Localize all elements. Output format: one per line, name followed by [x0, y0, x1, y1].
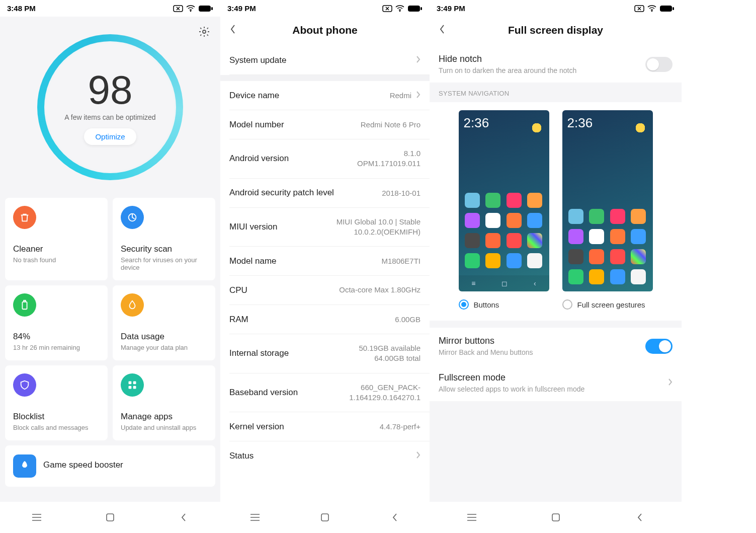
row-sub: Allow selected apps to work in fullscree…	[439, 385, 658, 393]
cleaner-tile[interactable]: Cleaner No trash found	[5, 198, 108, 280]
recents-button[interactable]	[240, 513, 270, 522]
battery-tile[interactable]: 84% 13 hr 26 min remaining	[5, 285, 108, 360]
tile-sub: Update and uninstall apps	[121, 424, 207, 431]
back-button[interactable]	[380, 512, 410, 522]
security-patch-row[interactable]: Android security patch level 2018-10-01	[229, 179, 430, 208]
row-value: 8.1.0 OPM1.171019.011	[357, 148, 421, 169]
score-value: 98	[64, 70, 155, 110]
status-time: 3:49 PM	[437, 4, 465, 13]
back-button[interactable]	[625, 512, 655, 522]
model-name-row[interactable]: Model name M1806E7TI	[229, 247, 430, 276]
row-label: Android version	[229, 154, 289, 164]
settings-button[interactable]	[198, 26, 210, 40]
tile-sub: Block calls and messages	[13, 424, 100, 431]
security-app-screen: 3:48 PM 98 A few items can be optimized …	[0, 0, 220, 533]
page-title: Full screen display	[439, 24, 673, 36]
row-label: Device name	[229, 91, 279, 101]
kernel-row[interactable]: Kernel version 4.4.78-perf+	[229, 412, 430, 441]
recents-button[interactable]	[22, 513, 52, 522]
tile-sub: Search for viruses on your device	[121, 256, 207, 271]
row-label: Internal storage	[229, 348, 289, 358]
gestures-radio[interactable]	[562, 299, 572, 310]
buttons-option[interactable]: 2:36 ≡◻‹ Buttons	[459, 110, 549, 310]
optimize-button[interactable]: Optimize	[84, 128, 136, 145]
square-icon	[320, 513, 329, 522]
row-value: 2018-10-01	[382, 189, 421, 197]
home-button[interactable]	[310, 513, 340, 522]
close-rect-icon	[173, 5, 183, 12]
status-icons	[382, 5, 423, 12]
hide-notch-row[interactable]: Hide notch Turn on to darken the area ar…	[430, 46, 682, 83]
buttons-radio[interactable]	[459, 299, 469, 310]
header: About phone	[220, 17, 430, 46]
mirror-buttons-toggle[interactable]	[645, 339, 673, 354]
status-row[interactable]: Status	[229, 441, 430, 471]
row-title: Hide notch	[439, 54, 640, 64]
tiles-grid: Cleaner No trash found Security scan Sea…	[0, 198, 220, 502]
row-value: M1806E7TI	[381, 257, 421, 265]
buttons-preview-image: 2:36 ≡◻‹	[459, 110, 549, 291]
ram-row[interactable]: RAM 6.00GB	[229, 305, 430, 334]
radio-label: Full screen gestures	[577, 300, 645, 309]
recents-button[interactable]	[457, 513, 487, 522]
row-label: Android security patch level	[229, 188, 334, 198]
chevron-right-icon	[667, 378, 673, 388]
model-number-row[interactable]: Model number Redmi Note 6 Pro	[229, 110, 430, 139]
droplet-icon	[121, 293, 144, 317]
baseband-row[interactable]: Baseband version 660_GEN_PACK-1.164129.0…	[229, 373, 430, 413]
svg-rect-20	[660, 6, 672, 12]
svg-point-19	[651, 10, 653, 12]
device-name-row[interactable]: Device name Redmi	[229, 81, 430, 110]
row-title: Fullscreen mode	[439, 372, 658, 383]
shield-icon	[13, 373, 36, 397]
blocklist-tile[interactable]: Blocklist Block calls and messages	[5, 365, 108, 440]
row-value: MIUI Global 10.0 | Stable 10.0.2.0(OEKMI…	[337, 217, 421, 238]
about-phone-screen: 3:49 PM About phone System update	[220, 0, 430, 533]
close-rect-icon	[382, 5, 392, 12]
status-time: 3:49 PM	[227, 4, 256, 13]
tile-title: 84%	[13, 332, 100, 342]
svg-rect-6	[22, 302, 27, 310]
gear-icon	[198, 26, 210, 38]
chevron-left-icon	[636, 512, 643, 522]
mirror-buttons-row[interactable]: Mirror buttons Mirror Back and Menu butt…	[430, 328, 682, 364]
battery-icon	[659, 5, 675, 12]
data-usage-tile[interactable]: Data usage Manage your data plan	[113, 285, 215, 360]
cpu-row[interactable]: CPU Octa-core Max 1.80GHz	[229, 276, 430, 305]
storage-row[interactable]: Internal storage 50.19GB available 64.00…	[229, 334, 430, 373]
svg-rect-16	[421, 7, 422, 10]
svg-rect-3	[211, 7, 213, 10]
fullscreen-display-screen: 3:49 PM Full screen display Hide notch T…	[430, 0, 682, 533]
chevron-left-icon	[180, 512, 187, 522]
wifi-icon	[647, 5, 656, 12]
svg-rect-11	[133, 386, 136, 389]
svg-rect-22	[552, 514, 559, 521]
preview-navbar: ≡◻‹	[459, 275, 549, 291]
hide-notch-toggle[interactable]	[645, 57, 673, 72]
chevron-right-icon	[415, 91, 421, 101]
fullscreen-mode-row[interactable]: Fullscreen mode Allow selected apps to w…	[430, 364, 682, 401]
svg-point-1	[190, 10, 192, 12]
status-bar: 3:48 PM	[0, 0, 220, 17]
android-version-row[interactable]: Android version 8.1.0 OPM1.171019.011	[229, 139, 430, 179]
svg-rect-9	[133, 382, 136, 385]
nav-bar	[220, 502, 430, 533]
game-speed-tile[interactable]: Game speed booster	[5, 445, 215, 487]
home-button[interactable]	[541, 513, 571, 522]
svg-rect-8	[129, 382, 132, 385]
row-label: MIUI version	[229, 222, 277, 232]
gestures-option[interactable]: 2:36 Full screen gestures	[562, 110, 653, 310]
manage-apps-tile[interactable]: Manage apps Update and uninstall apps	[113, 365, 215, 440]
back-button[interactable]	[169, 512, 199, 522]
battery-icon	[198, 5, 213, 12]
miui-version-row[interactable]: MIUI version MIUI Global 10.0 | Stable 1…	[229, 208, 430, 247]
svg-point-4	[203, 30, 206, 33]
home-button[interactable]	[95, 513, 125, 522]
wifi-icon	[395, 5, 404, 12]
security-scan-tile[interactable]: Security scan Search for viruses on your…	[113, 198, 215, 280]
close-rect-icon	[634, 5, 644, 12]
square-icon	[106, 513, 115, 522]
svg-rect-12	[107, 514, 114, 521]
system-update-row[interactable]: System update	[229, 46, 430, 75]
score-ring: 98 A few items can be optimized Optimize	[37, 34, 183, 180]
